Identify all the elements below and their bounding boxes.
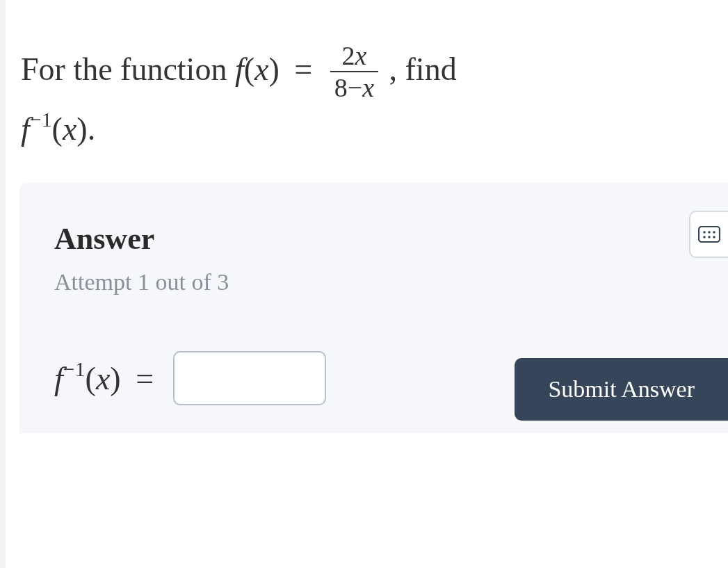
svg-point-3 xyxy=(713,231,715,234)
answer-heading: Answer xyxy=(54,221,728,257)
svg-point-1 xyxy=(703,231,706,234)
keypad-icon xyxy=(698,226,720,243)
submit-answer-button[interactable]: Submit Answer xyxy=(515,358,728,421)
fraction-numerator: 2x xyxy=(330,42,378,71)
left-divider xyxy=(0,0,6,568)
fraction: 2x 8−x xyxy=(330,42,378,104)
answer-input[interactable] xyxy=(173,351,326,405)
svg-point-2 xyxy=(708,231,711,234)
answer-panel: Answer Attempt 1 out of 3 f−1(x) = Submi… xyxy=(19,183,728,433)
question-prefix: For the function xyxy=(21,51,235,87)
question-suffix: , find xyxy=(389,51,457,87)
keypad-button[interactable] xyxy=(689,211,728,258)
fraction-denominator: 8−x xyxy=(330,71,378,104)
attempt-counter: Attempt 1 out of 3 xyxy=(54,269,728,295)
answer-label: f−1(x) = xyxy=(54,359,161,397)
svg-point-6 xyxy=(713,236,715,238)
inverse-function-notation: f−1(x). xyxy=(21,111,95,147)
question-text: For the function f(x) = 2x 8−x , find f−… xyxy=(0,0,728,183)
svg-point-5 xyxy=(708,236,711,238)
function-expression: f(x) = 2x 8−x xyxy=(235,51,389,87)
svg-point-4 xyxy=(703,236,706,238)
svg-rect-0 xyxy=(699,227,720,242)
